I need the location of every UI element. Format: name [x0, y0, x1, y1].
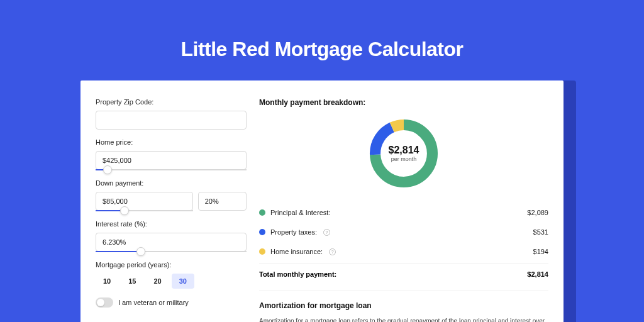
dot-green-icon — [259, 209, 265, 216]
inputs-column: Property Zip Code: Home price: Down paym… — [96, 98, 247, 314]
donut-amount: $2,814 — [389, 145, 419, 156]
period-20[interactable]: 20 — [147, 274, 169, 289]
period-field: Mortgage period (years): 10 15 20 30 — [96, 261, 247, 289]
price-field: Home price: — [96, 138, 247, 170]
zip-input[interactable] — [96, 111, 247, 130]
info-icon[interactable]: ? — [329, 248, 336, 255]
rate-label: Interest rate (%): — [96, 220, 247, 228]
legend-principal-label: Principal & Interest: — [270, 209, 330, 216]
down-slider-thumb[interactable] — [120, 206, 129, 215]
zip-label: Property Zip Code: — [96, 98, 247, 106]
down-field: Down payment: — [96, 179, 247, 211]
legend-taxes: Property taxes: ? $531 — [259, 222, 548, 242]
veteran-label: I am veteran or military — [118, 299, 189, 306]
veteran-toggle[interactable] — [96, 297, 113, 308]
rate-field: Interest rate (%): — [96, 220, 247, 252]
info-icon[interactable]: ? — [323, 229, 330, 236]
dot-blue-icon — [259, 229, 265, 235]
price-label: Home price: — [96, 138, 247, 146]
period-10[interactable]: 10 — [96, 274, 118, 289]
down-slider[interactable] — [96, 210, 193, 211]
amortization-section: Amortization for mortgage loan Amortizat… — [259, 291, 548, 322]
donut-per-month: per month — [391, 156, 417, 162]
legend-taxes-label: Property taxes: — [270, 228, 317, 236]
rate-slider[interactable] — [96, 251, 247, 252]
donut-chart-wrap: $2,814 per month — [259, 116, 548, 191]
legend-principal: Principal & Interest: $2,089 — [259, 203, 548, 222]
price-slider[interactable] — [96, 169, 247, 170]
zip-field: Property Zip Code: — [96, 98, 247, 130]
amortization-title: Amortization for mortgage loan — [259, 301, 548, 310]
price-input[interactable] — [96, 151, 247, 170]
donut-center: $2,814 per month — [366, 116, 441, 191]
price-slider-thumb[interactable] — [103, 165, 112, 174]
period-30[interactable]: 30 — [172, 274, 194, 289]
legend-taxes-value: $531 — [533, 228, 548, 236]
rate-slider-thumb[interactable] — [136, 247, 145, 256]
legend-insurance: Home insurance: ? $194 — [259, 242, 548, 261]
breakdown-title: Monthly payment breakdown: — [259, 98, 548, 107]
total-row: Total monthly payment: $2,814 — [259, 264, 548, 287]
page-title: Little Red Mortgage Calculator — [0, 0, 644, 76]
down-percent-input[interactable] — [198, 192, 247, 211]
total-value: $2,814 — [527, 270, 548, 278]
calculator-card: Property Zip Code: Home price: Down paym… — [80, 80, 564, 322]
legend-insurance-label: Home insurance: — [270, 248, 323, 255]
down-amount-input[interactable] — [96, 192, 193, 211]
dot-yellow-icon — [259, 248, 265, 255]
total-label: Total monthly payment: — [259, 270, 336, 278]
breakdown-column: Monthly payment breakdown: $2,814 per mo… — [259, 98, 548, 314]
period-15[interactable]: 15 — [121, 274, 143, 289]
veteran-row: I am veteran or military — [96, 297, 247, 308]
legend-insurance-value: $194 — [533, 248, 548, 255]
amortization-text: Amortization for a mortgage loan refers … — [259, 316, 548, 322]
donut-chart: $2,814 per month — [366, 116, 441, 191]
period-buttons: 10 15 20 30 — [96, 274, 247, 289]
legend-principal-value: $2,089 — [527, 209, 548, 216]
down-label: Down payment: — [96, 179, 247, 187]
rate-input[interactable] — [96, 233, 247, 252]
period-label: Mortgage period (years): — [96, 261, 247, 269]
